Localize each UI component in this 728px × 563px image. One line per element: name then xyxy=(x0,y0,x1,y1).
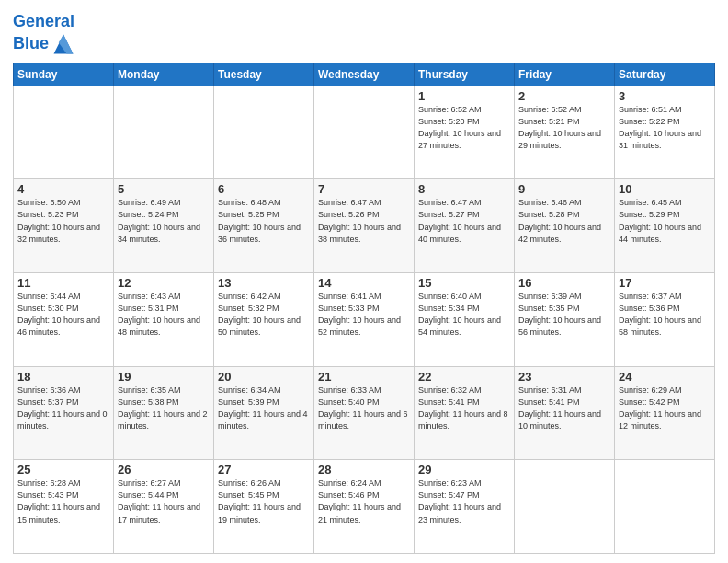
calendar-row-3: 18Sunrise: 6:36 AM Sunset: 5:37 PM Dayli… xyxy=(14,366,715,460)
calendar-cell: 10Sunrise: 6:45 AM Sunset: 5:29 PM Dayli… xyxy=(615,179,715,273)
day-number: 6 xyxy=(218,182,310,196)
day-number: 9 xyxy=(518,182,610,196)
day-info: Sunrise: 6:36 AM Sunset: 5:37 PM Dayligh… xyxy=(17,385,109,432)
day-info: Sunrise: 6:23 AM Sunset: 5:47 PM Dayligh… xyxy=(418,477,510,525)
calendar-cell: 14Sunrise: 6:41 AM Sunset: 5:33 PM Dayli… xyxy=(314,273,415,367)
calendar-cell: 17Sunrise: 6:37 AM Sunset: 5:36 PM Dayli… xyxy=(615,273,715,367)
calendar-cell: 12Sunrise: 6:43 AM Sunset: 5:31 PM Dayli… xyxy=(114,273,214,367)
calendar-cell: 23Sunrise: 6:31 AM Sunset: 5:41 PM Dayli… xyxy=(515,366,615,460)
calendar-cell: 1Sunrise: 6:52 AM Sunset: 5:20 PM Daylig… xyxy=(415,86,515,179)
day-number: 21 xyxy=(318,370,410,384)
day-number: 7 xyxy=(318,182,410,196)
day-number: 2 xyxy=(518,89,610,103)
calendar-row-0: 1Sunrise: 6:52 AM Sunset: 5:20 PM Daylig… xyxy=(14,86,715,179)
day-info: Sunrise: 6:50 AM Sunset: 5:23 PM Dayligh… xyxy=(17,197,109,245)
day-number: 19 xyxy=(118,370,210,384)
calendar-cell: 20Sunrise: 6:34 AM Sunset: 5:39 PM Dayli… xyxy=(214,366,314,460)
day-info: Sunrise: 6:47 AM Sunset: 5:27 PM Dayligh… xyxy=(418,197,510,245)
weekday-header-row: SundayMondayTuesdayWednesdayThursdayFrid… xyxy=(14,63,715,86)
calendar-cell: 28Sunrise: 6:24 AM Sunset: 5:46 PM Dayli… xyxy=(314,460,415,554)
day-number: 22 xyxy=(418,370,510,384)
day-info: Sunrise: 6:41 AM Sunset: 5:33 PM Dayligh… xyxy=(318,291,410,339)
calendar-cell: 4Sunrise: 6:50 AM Sunset: 5:23 PM Daylig… xyxy=(14,179,114,273)
calendar-cell xyxy=(114,86,214,179)
day-info: Sunrise: 6:46 AM Sunset: 5:28 PM Dayligh… xyxy=(518,197,610,245)
logo-text: General xyxy=(13,13,76,31)
calendar-cell: 19Sunrise: 6:35 AM Sunset: 5:38 PM Dayli… xyxy=(114,366,214,460)
calendar-cell: 18Sunrise: 6:36 AM Sunset: 5:37 PM Dayli… xyxy=(14,366,114,460)
day-number: 12 xyxy=(118,276,210,290)
day-number: 26 xyxy=(118,463,210,477)
calendar-cell: 3Sunrise: 6:51 AM Sunset: 5:22 PM Daylig… xyxy=(615,86,715,179)
calendar-cell: 9Sunrise: 6:46 AM Sunset: 5:28 PM Daylig… xyxy=(515,179,615,273)
day-info: Sunrise: 6:45 AM Sunset: 5:29 PM Dayligh… xyxy=(619,197,711,245)
calendar-cell: 21Sunrise: 6:33 AM Sunset: 5:40 PM Dayli… xyxy=(314,366,415,460)
calendar-cell: 13Sunrise: 6:42 AM Sunset: 5:32 PM Dayli… xyxy=(214,273,314,367)
weekday-header-thursday: Thursday xyxy=(415,63,515,86)
day-info: Sunrise: 6:40 AM Sunset: 5:34 PM Dayligh… xyxy=(418,291,510,339)
calendar-row-2: 11Sunrise: 6:44 AM Sunset: 5:30 PM Dayli… xyxy=(14,273,715,367)
day-info: Sunrise: 6:31 AM Sunset: 5:41 PM Dayligh… xyxy=(518,385,610,432)
logo-general: General xyxy=(13,12,74,30)
weekday-header-wednesday: Wednesday xyxy=(314,63,415,86)
day-number: 24 xyxy=(619,370,711,384)
day-info: Sunrise: 6:43 AM Sunset: 5:31 PM Dayligh… xyxy=(118,291,210,339)
calendar-row-1: 4Sunrise: 6:50 AM Sunset: 5:23 PM Daylig… xyxy=(14,179,715,273)
day-number: 15 xyxy=(418,276,510,290)
weekday-header-tuesday: Tuesday xyxy=(214,63,314,86)
calendar-cell: 26Sunrise: 6:27 AM Sunset: 5:44 PM Dayli… xyxy=(114,460,214,554)
header: General Blue xyxy=(13,11,715,57)
weekday-header-sunday: Sunday xyxy=(14,63,114,86)
calendar-table: SundayMondayTuesdayWednesdayThursdayFrid… xyxy=(13,63,715,554)
day-info: Sunrise: 6:39 AM Sunset: 5:35 PM Dayligh… xyxy=(518,291,610,339)
day-number: 4 xyxy=(17,182,109,196)
calendar-cell: 6Sunrise: 6:48 AM Sunset: 5:25 PM Daylig… xyxy=(214,179,314,273)
calendar-cell: 7Sunrise: 6:47 AM Sunset: 5:26 PM Daylig… xyxy=(314,179,415,273)
calendar-cell: 24Sunrise: 6:29 AM Sunset: 5:42 PM Dayli… xyxy=(615,366,715,460)
day-info: Sunrise: 6:26 AM Sunset: 5:45 PM Dayligh… xyxy=(218,477,310,525)
day-number: 11 xyxy=(17,276,109,290)
day-info: Sunrise: 6:47 AM Sunset: 5:26 PM Dayligh… xyxy=(318,197,410,245)
day-number: 5 xyxy=(118,182,210,196)
day-number: 28 xyxy=(318,463,410,477)
day-number: 18 xyxy=(17,370,109,384)
day-info: Sunrise: 6:49 AM Sunset: 5:24 PM Dayligh… xyxy=(118,197,210,245)
day-info: Sunrise: 6:52 AM Sunset: 5:20 PM Dayligh… xyxy=(418,104,510,152)
day-info: Sunrise: 6:51 AM Sunset: 5:22 PM Dayligh… xyxy=(619,104,711,152)
day-info: Sunrise: 6:52 AM Sunset: 5:21 PM Dayligh… xyxy=(518,104,610,152)
day-number: 14 xyxy=(318,276,410,290)
day-info: Sunrise: 6:37 AM Sunset: 5:36 PM Dayligh… xyxy=(619,291,711,339)
day-number: 25 xyxy=(17,463,109,477)
logo: General Blue xyxy=(13,13,76,57)
day-info: Sunrise: 6:32 AM Sunset: 5:41 PM Dayligh… xyxy=(418,385,510,432)
day-number: 27 xyxy=(218,463,310,477)
weekday-header-saturday: Saturday xyxy=(615,63,715,86)
day-number: 13 xyxy=(218,276,310,290)
calendar-cell: 22Sunrise: 6:32 AM Sunset: 5:41 PM Dayli… xyxy=(415,366,515,460)
day-info: Sunrise: 6:27 AM Sunset: 5:44 PM Dayligh… xyxy=(118,477,210,525)
calendar-cell xyxy=(615,460,715,554)
day-info: Sunrise: 6:33 AM Sunset: 5:40 PM Dayligh… xyxy=(318,385,410,432)
logo-icon xyxy=(51,31,76,57)
day-number: 20 xyxy=(218,370,310,384)
day-number: 29 xyxy=(418,463,510,477)
day-info: Sunrise: 6:44 AM Sunset: 5:30 PM Dayligh… xyxy=(17,291,109,339)
calendar-cell xyxy=(314,86,415,179)
day-info: Sunrise: 6:24 AM Sunset: 5:46 PM Dayligh… xyxy=(318,477,410,525)
calendar-cell: 11Sunrise: 6:44 AM Sunset: 5:30 PM Dayli… xyxy=(14,273,114,367)
calendar-row-4: 25Sunrise: 6:28 AM Sunset: 5:43 PM Dayli… xyxy=(14,460,715,554)
day-info: Sunrise: 6:29 AM Sunset: 5:42 PM Dayligh… xyxy=(619,385,711,432)
day-info: Sunrise: 6:42 AM Sunset: 5:32 PM Dayligh… xyxy=(218,291,310,339)
calendar-cell: 16Sunrise: 6:39 AM Sunset: 5:35 PM Dayli… xyxy=(515,273,615,367)
calendar-cell xyxy=(214,86,314,179)
day-number: 23 xyxy=(518,370,610,384)
calendar-cell xyxy=(14,86,114,179)
weekday-header-friday: Friday xyxy=(515,63,615,86)
logo-blue: Blue xyxy=(13,35,49,53)
day-info: Sunrise: 6:28 AM Sunset: 5:43 PM Dayligh… xyxy=(17,477,109,525)
day-info: Sunrise: 6:35 AM Sunset: 5:38 PM Dayligh… xyxy=(118,385,210,432)
day-number: 17 xyxy=(619,276,711,290)
day-number: 10 xyxy=(619,182,711,196)
calendar-cell xyxy=(515,460,615,554)
calendar-cell: 2Sunrise: 6:52 AM Sunset: 5:21 PM Daylig… xyxy=(515,86,615,179)
